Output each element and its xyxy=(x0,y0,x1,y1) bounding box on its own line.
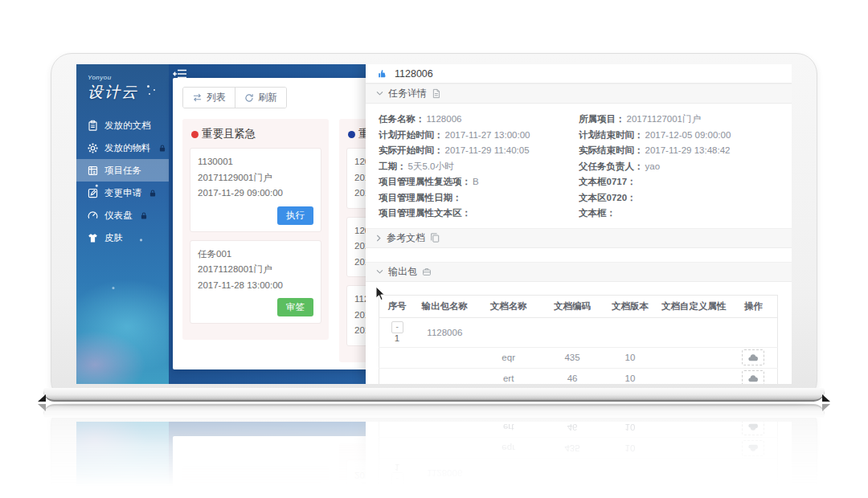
col-header: 文档编码 xyxy=(542,295,602,317)
lock-icon xyxy=(141,212,147,219)
doc-code: 435 xyxy=(542,347,602,368)
table-row: ert 46 10 xyxy=(379,368,778,384)
field: 实际开始时间2017-11-29 11:40:05 xyxy=(379,145,579,161)
review-button[interactable]: 审签 xyxy=(277,298,313,316)
execute-button[interactable]: 执行 xyxy=(277,206,313,225)
copy-docs-icon xyxy=(430,233,440,243)
collapse-row-button[interactable]: - xyxy=(391,321,403,333)
section-output-package[interactable]: 输出包 xyxy=(366,262,792,282)
output-package-table: 序号 输出包名称 文档名称 文档编码 文档版本 文档自定义属性 操作 - xyxy=(379,295,778,385)
table-row: eqr 435 10 xyxy=(379,347,778,368)
field: 任务名称1128006 xyxy=(379,113,579,129)
field: 计划结束时间2017-12-05 09:00:00 xyxy=(579,129,779,145)
laptop-frame: Yonyou 设计云 发放的文档 xyxy=(51,404,817,498)
doc-name: ert xyxy=(475,368,542,384)
section-title: 参考文档 xyxy=(387,231,425,245)
chevron-down-icon xyxy=(376,269,383,275)
field: 文本区0720 xyxy=(579,192,779,208)
lock-icon xyxy=(149,190,156,197)
refresh-button[interactable]: 刷新 xyxy=(235,88,286,108)
sidebar-item-label: 发放的物料 xyxy=(104,142,151,154)
field: 项目管理属性文本区 xyxy=(379,207,579,223)
app-window: Yonyou 设计云 发放的文档 xyxy=(76,64,792,384)
sidebar-item-dashboard[interactable]: 仪表盘 xyxy=(76,204,169,227)
sidebar-item-released-materials[interactable]: 发放的物料 xyxy=(76,137,169,159)
field: 所属项目20171127001门户 xyxy=(579,113,779,129)
task-list-icon xyxy=(87,165,99,177)
chevron-down-icon xyxy=(376,91,383,96)
app-logo: Yonyou 设计云 xyxy=(76,64,169,103)
edit-icon xyxy=(87,187,99,199)
field: 项目管理属性复选项B xyxy=(379,176,579,192)
detail-fields: 任务名称1128006 所属项目20171127001门户 计划开始时间2017… xyxy=(366,104,792,228)
download-button[interactable] xyxy=(742,349,764,365)
gear-icon xyxy=(87,142,99,154)
refresh-label: 刷新 xyxy=(258,91,277,104)
field: 工期5天5.0小时 xyxy=(379,161,579,177)
column-title: 重要且紧急 xyxy=(202,127,256,141)
sidebar-item-label: 项目任务 xyxy=(104,165,141,177)
row-index: 1 xyxy=(380,334,414,344)
cloud-download-icon xyxy=(748,354,758,361)
sidebar-item-skin[interactable]: 皮肤 xyxy=(76,227,169,249)
col-header: 文档版本 xyxy=(602,295,657,317)
task-time: 2017-11-29 09:00:00 xyxy=(198,186,313,202)
column-header: 重要且紧急 xyxy=(182,119,329,148)
sidebar: Yonyou 设计云 发放的文档 xyxy=(76,64,169,384)
col-header: 文档自定义属性 xyxy=(658,295,730,317)
list-view-button[interactable]: 列表 xyxy=(183,88,235,108)
field: 项目管理属性日期 xyxy=(379,192,579,208)
doc-version: 10 xyxy=(602,347,657,368)
important-dot-icon xyxy=(348,131,355,138)
cloud-download-icon xyxy=(748,375,758,382)
detail-title: 1128006 xyxy=(395,68,433,80)
section-task-details[interactable]: 任务详情 xyxy=(366,84,792,104)
sidebar-menu: 发放的文档 发放的物料 xyxy=(76,114,169,249)
sidebar-item-label: 皮肤 xyxy=(104,232,123,244)
mouse-cursor xyxy=(375,286,386,304)
task-time: 2017-11-28 13:00:00 xyxy=(198,278,313,294)
col-header: 输出包名称 xyxy=(415,295,474,317)
section-title: 输出包 xyxy=(388,265,417,279)
swap-icon xyxy=(192,93,203,102)
table-row: - 1 1128006 xyxy=(379,317,778,347)
download-button[interactable] xyxy=(742,370,764,384)
sidebar-item-project-tasks[interactable]: 项目任务 xyxy=(76,159,169,182)
brand-text: Yonyou xyxy=(88,74,161,81)
urgent-dot-icon xyxy=(191,131,199,138)
section-gap xyxy=(366,248,792,262)
sidebar-item-change-request[interactable]: 变更申请 xyxy=(76,182,169,204)
doc-code: 46 xyxy=(542,368,602,384)
briefcase-icon xyxy=(422,267,432,276)
list-view-label: 列表 xyxy=(207,91,226,104)
task-card[interactable]: 任务001 20171128001门户 2017-11-28 13:00:00 … xyxy=(190,240,321,325)
field: 文本框 xyxy=(579,207,779,223)
col-header: 操作 xyxy=(730,295,778,317)
package-name: 1128006 xyxy=(415,317,474,347)
sidebar-item-label: 发放的文档 xyxy=(104,120,151,132)
laptop-frame: Yonyou 设计云 发放的文档 xyxy=(51,53,817,402)
doc-name: eqr xyxy=(475,347,542,368)
page: Yonyou 设计云 发放的文档 xyxy=(0,0,868,498)
laptop-base xyxy=(43,388,825,402)
kanban-column-urgent: 重要且紧急 1130001 20171129001门户 2017-11-29 0… xyxy=(182,119,329,340)
task-project: 20171129001门户 xyxy=(198,170,313,186)
tshirt-icon xyxy=(87,232,99,244)
lock-icon xyxy=(159,145,166,152)
section-reference-docs[interactable]: 参考文档 xyxy=(366,228,792,248)
product-name: 设计云 xyxy=(88,82,161,103)
board-toolbar: 列表 刷新 xyxy=(182,87,287,108)
field: 文本框0717 xyxy=(579,176,779,192)
sidebar-item-released-docs[interactable]: 发放的文档 xyxy=(76,114,169,137)
document-icon xyxy=(432,88,440,99)
sidebar-item-label: 变更申请 xyxy=(104,187,141,199)
task-card[interactable]: 1130001 20171129001门户 2017-11-29 09:00:0… xyxy=(190,148,321,232)
task-detail-panel: 1128006 任务详情 任务名称1128006 所属项目20171127001… xyxy=(366,64,792,384)
chevron-right-icon xyxy=(376,235,382,242)
field: 父任务负责人yao xyxy=(579,161,779,177)
sidebar-item-label: 仪表盘 xyxy=(104,210,133,222)
section-title: 任务详情 xyxy=(388,87,427,100)
table-header-row: 序号 输出包名称 文档名称 文档编码 文档版本 文档自定义属性 操作 xyxy=(379,295,778,317)
field: 计划开始时间2017-11-27 13:00:00 xyxy=(379,129,579,145)
refresh-icon xyxy=(244,93,254,103)
